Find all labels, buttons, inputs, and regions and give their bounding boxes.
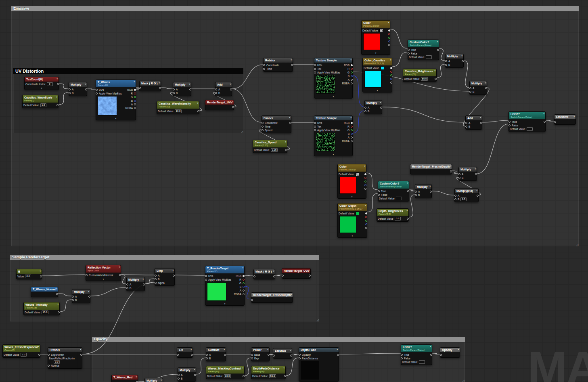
node-header[interactable]: RenderTarget_FresnelDepth▾: [251, 293, 293, 297]
node-header[interactable]: Multiply▾: [72, 290, 90, 294]
output-pin[interactable]: [351, 122, 353, 124]
value-input[interactable]: 2.0: [21, 353, 27, 357]
node-param-color-caustics-base[interactable]: ColorParam(1,0,0,0)▾Default Value▾: [361, 20, 390, 55]
output-pin[interactable]: [243, 293, 245, 295]
collapse-chevron-icon[interactable]: ▾: [230, 83, 231, 85]
output-pin[interactable]: [430, 191, 432, 193]
wire[interactable]: [366, 173, 378, 190]
output-pin[interactable]: [38, 354, 40, 356]
wire[interactable]: [58, 294, 72, 296]
node-param-caustics-brightness[interactable]: Caustics_BrightnessParam(50)▾Default Val…: [403, 69, 437, 82]
output-pin[interactable]: [364, 184, 366, 186]
collapse-chevron-icon[interactable]: ▾: [242, 367, 243, 369]
input-pin[interactable]: [251, 354, 253, 356]
input-pin[interactable]: [262, 122, 264, 124]
output-pin[interactable]: [230, 88, 232, 90]
node-panner[interactable]: Panner▾CoordinateTimeSpeed: [262, 115, 291, 133]
color-swatch[interactable]: [356, 172, 359, 176]
value-input[interactable]: [527, 127, 533, 131]
input-pin[interactable]: [299, 357, 301, 359]
node-header[interactable]: Mask ( R G )▾: [254, 269, 275, 274]
collapse-chevron-icon[interactable]: ▾: [80, 348, 81, 351]
output-pin[interactable]: [291, 64, 293, 66]
input-pin[interactable]: [251, 357, 253, 359]
input-pin[interactable]: [215, 88, 217, 90]
input-pin[interactable]: [273, 355, 275, 357]
collapse-chevron-icon[interactable]: ▾: [476, 189, 477, 191]
output-pin[interactable]: [351, 136, 353, 139]
value-input[interactable]: 50.0: [269, 374, 276, 378]
value-input[interactable]: 0.25: [271, 148, 278, 152]
collapse-chevron-icon[interactable]: ▾: [291, 59, 292, 61]
node-multiply-half[interactable]: Multiply(0,5)▾AB0.5: [454, 188, 479, 202]
node-reroute-fresneldepth-out[interactable]: RenderTarget_FresnelDepth▾: [410, 164, 452, 174]
node-header[interactable]: Mask ( R G )▾: [140, 81, 161, 86]
output-pin[interactable]: [309, 275, 311, 277]
output-pin[interactable]: [134, 96, 136, 98]
node-header[interactable]: LOD2?SwitchParam(False)▾: [401, 345, 432, 352]
input-pin[interactable]: [96, 89, 98, 91]
input-pin[interactable]: [299, 354, 301, 356]
input-pin[interactable]: [378, 190, 380, 192]
input-pin[interactable]: [415, 194, 417, 196]
input-pin[interactable]: [408, 52, 410, 55]
node-header[interactable]: Multiply▾: [173, 82, 191, 87]
wire[interactable]: [339, 353, 401, 354]
output-pin[interactable]: [351, 129, 353, 131]
wire[interactable]: [59, 92, 69, 105]
node-header[interactable]: DepthFadeDistanceParam(50)▾: [251, 366, 285, 374]
output-pin[interactable]: [243, 279, 245, 281]
output-pin[interactable]: [390, 67, 392, 69]
input-pin[interactable]: [314, 68, 316, 70]
input-pin[interactable]: [263, 64, 265, 66]
expand-chevron-icon[interactable]: ▾: [86, 278, 121, 281]
collapse-chevron-icon[interactable]: ▾: [56, 96, 57, 98]
node-tex-sample-t-waves[interactable]: T_WavesParam2D▾UVsApply View MipBiasRGBR…: [96, 80, 136, 120]
wire[interactable]: [546, 120, 554, 121]
node-depth-fade[interactable]: Depth Fade▾OpacityFadeDistance: [299, 347, 339, 382]
output-pin[interactable]: [285, 149, 287, 151]
node-header[interactable]: Multiply▾: [365, 101, 382, 105]
node-reroute-rendertarget-uvs-in[interactable]: RenderTarget_UVs▾: [282, 268, 311, 279]
node-header[interactable]: Caustics_BrightnessParam(50)▾: [403, 69, 436, 76]
collapse-chevron-icon[interactable]: ▾: [56, 78, 58, 80]
input-pin[interactable]: [401, 354, 403, 356]
node-param-depth-brightness[interactable]: Depth_BrightnessParam(0.5)▾Default Value…: [377, 208, 409, 222]
expand-chevron-icon[interactable]: ▾: [205, 302, 244, 305]
input-pin[interactable]: [215, 92, 217, 94]
collapse-chevron-icon[interactable]: ▾: [388, 21, 389, 23]
node-switch-lod2-opacity[interactable]: LOD2?SwitchParam(False)▾TrueFalseDefault…: [401, 344, 432, 365]
input-pin[interactable]: [126, 287, 128, 289]
collapse-chevron-icon[interactable]: ▾: [134, 80, 135, 83]
node-multiply-waveintensity[interactable]: Multiply▾AB: [173, 82, 191, 96]
collapse-chevron-icon[interactable]: ▾: [224, 348, 225, 351]
value-input[interactable]: 1.0: [40, 103, 46, 107]
output-pin[interactable]: [351, 133, 353, 135]
output-pin[interactable]: [194, 374, 196, 376]
output-pin[interactable]: [480, 122, 482, 124]
output-pin[interactable]: [290, 355, 292, 357]
wire[interactable]: [82, 282, 155, 354]
value-input[interactable]: [419, 360, 425, 364]
node-header[interactable]: Add▾: [216, 82, 232, 87]
node-header[interactable]: Color_CausticsParam(0,0.78,1,1)▾: [363, 58, 392, 65]
collapse-chevron-icon[interactable]: ▾: [308, 269, 310, 271]
output-pin[interactable]: [390, 74, 392, 76]
collapse-chevron-icon[interactable]: ▾: [350, 116, 352, 119]
node-switch-customcolor-caustics[interactable]: CustomColor?SwitchParam(False)▾TrueFalse…: [408, 40, 439, 60]
wire[interactable]: [90, 288, 126, 296]
output-pin[interactable]: [388, 33, 390, 35]
wire[interactable]: [42, 275, 86, 276]
collapse-chevron-icon[interactable]: ▾: [485, 82, 486, 84]
input-pin[interactable]: [69, 88, 71, 90]
node-texcoord[interactable]: TexCoord[0]▾Coordinate Index0▾: [24, 77, 59, 90]
node-header[interactable]: T_WavesParam2D▾: [96, 80, 136, 87]
output-pin[interactable]: [289, 122, 291, 124]
input-pin[interactable]: [206, 354, 208, 356]
wire[interactable]: [245, 286, 251, 299]
output-pin[interactable]: [119, 274, 121, 276]
node-subtract[interactable]: Subtract▾AB: [206, 347, 226, 361]
node-header[interactable]: Waves_FresnelExponentParam(2)▾: [3, 345, 40, 352]
collapse-chevron-icon[interactable]: ▾: [232, 101, 233, 103]
node-lerp[interactable]: Lerp▾ABAlpha: [155, 268, 175, 286]
